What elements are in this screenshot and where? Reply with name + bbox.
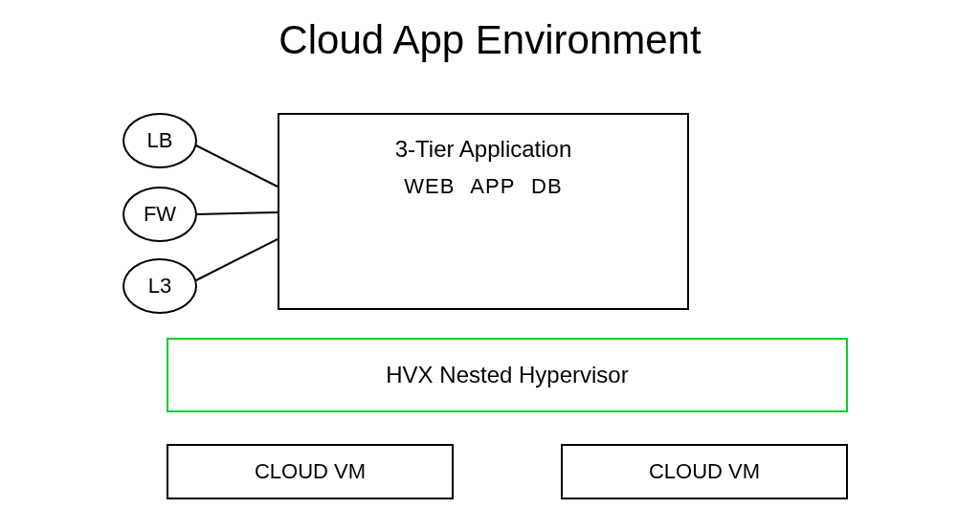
hvx-box: HVX Nested Hypervisor — [167, 338, 848, 412]
hvx-label: HVX Nested Hypervisor — [386, 362, 628, 388]
diagram-title: Cloud App Environment — [0, 17, 980, 63]
app-box: 3-Tier Application WEB APP DB — [278, 113, 689, 310]
vm-box-left: CLOUD VM — [167, 444, 454, 499]
vm-right-label: CLOUD VM — [649, 459, 760, 484]
node-fw: FW — [122, 187, 197, 242]
node-lb: LB — [122, 113, 197, 168]
vm-left-label: CLOUD VM — [255, 459, 366, 484]
app-box-title: 3-Tier Application — [279, 136, 687, 163]
app-box-tiers: WEB APP DB — [279, 174, 687, 199]
node-l3: L3 — [122, 258, 197, 314]
svg-line-1 — [196, 212, 278, 214]
svg-line-2 — [187, 239, 278, 285]
svg-line-0 — [187, 141, 278, 187]
node-lb-label: LB — [147, 128, 173, 153]
node-fw-label: FW — [144, 202, 176, 227]
vm-box-right: CLOUD VM — [561, 444, 848, 499]
node-l3-label: L3 — [148, 274, 171, 299]
